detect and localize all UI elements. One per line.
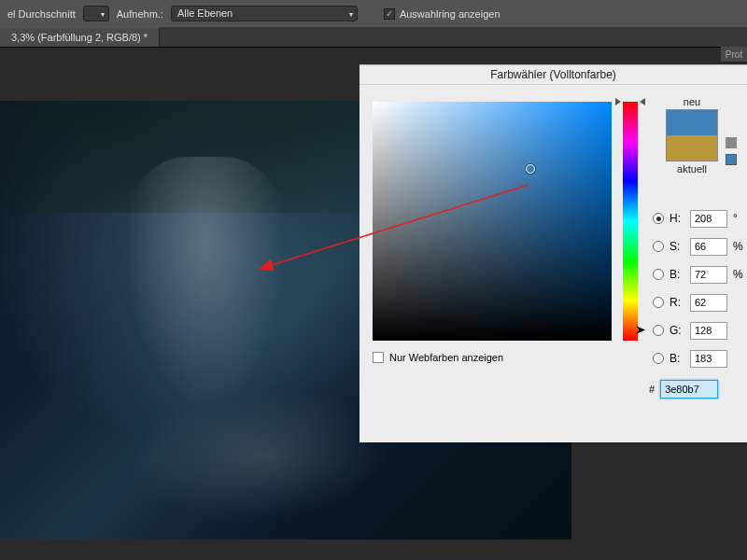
brightness-row: B: %: [653, 260, 742, 288]
saturation-row: S: %: [653, 232, 742, 260]
blue-input[interactable]: [690, 350, 727, 368]
blue-radio[interactable]: [653, 353, 664, 364]
color-picker-dialog: Farbwähler (Volltonfarbe) neu aktuell H:…: [359, 64, 747, 442]
document-tab-bar: 3,3% (Farbfüllung 2, RGB/8) *: [0, 27, 747, 48]
web-only-checkbox[interactable]: [373, 352, 384, 363]
sample-source-label: Aufnehm.:: [117, 8, 163, 20]
web-only-option[interactable]: Nur Webfarben anzeigen: [373, 352, 503, 363]
brightness-radio[interactable]: [653, 269, 664, 280]
saturation-radio[interactable]: [653, 241, 664, 252]
green-radio[interactable]: [653, 325, 664, 336]
hue-input[interactable]: [690, 210, 727, 228]
blue-label: B:: [669, 352, 684, 365]
swatch-current[interactable]: [666, 135, 718, 161]
brightness-unit: %: [733, 268, 742, 281]
current-label: aktuell: [655, 163, 729, 175]
show-sampling-ring-checkbox[interactable]: [384, 8, 395, 20]
saturation-label: S:: [669, 240, 684, 253]
hex-input[interactable]: [660, 380, 718, 399]
nearest-websafe-swatch[interactable]: [726, 154, 737, 165]
swatch-new: [666, 109, 718, 135]
color-field[interactable]: [373, 102, 612, 341]
saturation-unit: %: [733, 240, 742, 253]
sample-source-dropdown[interactable]: Alle Ebenen: [171, 6, 358, 21]
hue-unit: °: [733, 212, 742, 225]
red-label: R:: [669, 296, 684, 309]
sample-size-label: el Durchschnitt: [7, 8, 76, 20]
cube-icon[interactable]: [726, 137, 737, 148]
brightness-label: B:: [669, 268, 684, 281]
hue-slider[interactable]: [623, 102, 638, 341]
web-only-label: Nur Webfarben anzeigen: [389, 352, 503, 363]
brightness-input[interactable]: [690, 266, 727, 284]
blue-row: B:: [653, 344, 742, 372]
history-panel-tab[interactable]: Prot: [721, 47, 747, 62]
color-field-marker: [526, 164, 535, 174]
dialog-title: Farbwähler (Volltonfarbe): [359, 65, 747, 85]
color-preview: neu aktuell: [655, 96, 729, 175]
hue-slider-handle-left[interactable]: [615, 98, 621, 105]
hue-radio[interactable]: [653, 213, 664, 224]
green-row: G:: [653, 316, 742, 344]
show-sampling-ring-option[interactable]: Auswahlring anzeigen: [384, 8, 500, 20]
hex-row: #: [649, 380, 718, 399]
red-row: R:: [653, 288, 742, 316]
hue-row: H: °: [653, 204, 742, 232]
red-radio[interactable]: [653, 297, 664, 308]
sample-size-dropdown[interactable]: [83, 6, 109, 21]
green-label: G:: [669, 324, 684, 337]
new-label: neu: [655, 96, 729, 107]
saturation-input[interactable]: [690, 238, 727, 256]
show-sampling-ring-label: Auswahlring anzeigen: [400, 8, 500, 20]
options-toolbar: el Durchschnitt Aufnehm.: Alle Ebenen Au…: [0, 0, 747, 27]
red-input[interactable]: [690, 294, 727, 312]
document-tab[interactable]: 3,3% (Farbfüllung 2, RGB/8) *: [0, 27, 160, 47]
hex-prefix: #: [649, 384, 655, 395]
hue-slider-handle-right[interactable]: [640, 98, 645, 105]
hue-label: H:: [669, 212, 684, 225]
green-input[interactable]: [690, 322, 727, 340]
color-value-fields: H: ° S: % B: % R:: [653, 204, 742, 372]
